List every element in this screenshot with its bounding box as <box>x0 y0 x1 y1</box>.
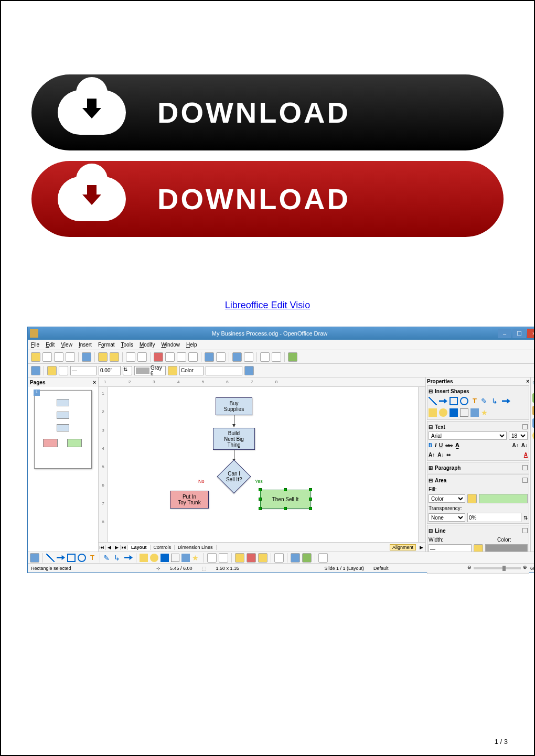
tb-ellipse-icon[interactable] <box>78 554 86 562</box>
tb-rotate-icon[interactable] <box>274 553 284 563</box>
close-button[interactable]: × <box>527 329 535 338</box>
tb-image-icon[interactable] <box>247 553 256 563</box>
undo-icon[interactable] <box>205 352 214 362</box>
new-icon[interactable] <box>31 352 40 362</box>
line-style-icon[interactable] <box>47 366 57 375</box>
shape-block-icon[interactable] <box>450 408 458 417</box>
copy-icon[interactable] <box>165 352 175 362</box>
chart-icon[interactable] <box>232 352 242 362</box>
transparency-type-select[interactable]: None <box>429 513 465 522</box>
paste-icon[interactable] <box>177 352 186 362</box>
shape-text-icon[interactable]: T <box>470 397 479 405</box>
shape-curve-icon[interactable]: ✎ <box>481 397 489 405</box>
menu-tools[interactable]: Tools <box>121 342 133 348</box>
menu-modify[interactable]: Modify <box>140 342 155 348</box>
increase-font-button[interactable]: A↑ <box>429 452 435 458</box>
spellcheck-icon[interactable] <box>126 352 135 362</box>
tb-star-icon[interactable]: ★ <box>192 554 200 562</box>
save-icon[interactable] <box>54 352 63 362</box>
tb-extrusion-icon[interactable] <box>318 553 328 563</box>
tb-arrow-icon[interactable] <box>57 554 65 562</box>
download-button-red[interactable]: DOWNLOAD <box>31 161 504 237</box>
tb-basic-icon[interactable] <box>140 554 148 562</box>
font-size-select[interactable]: 18 <box>509 431 528 440</box>
shape-callout-icon[interactable] <box>470 408 479 417</box>
drawing-canvas[interactable]: Buy Supplies Build Next Big Thing Can I … <box>108 387 418 542</box>
zoom-slider[interactable] <box>474 567 521 569</box>
section-text-more[interactable] <box>522 424 528 429</box>
menu-window[interactable]: Window <box>161 342 180 348</box>
redo-icon[interactable] <box>216 352 226 362</box>
tb-symbol-icon[interactable] <box>150 554 158 562</box>
email-icon[interactable] <box>66 352 75 362</box>
menu-insert[interactable]: Insert <box>79 342 92 348</box>
tb-flow-icon[interactable] <box>171 554 179 562</box>
fill-type-select[interactable]: Color <box>179 366 204 375</box>
menu-view[interactable]: View <box>61 342 72 348</box>
tab-first[interactable]: ⏮ <box>99 545 106 550</box>
tab-last[interactable]: ⏭ <box>121 545 128 550</box>
shape-star-icon[interactable]: ★ <box>481 408 489 417</box>
alignment-tag[interactable]: Alignment <box>390 544 416 550</box>
sidebar-search-icon[interactable]: 🔍 <box>532 381 536 390</box>
format-paint-icon[interactable] <box>188 352 198 362</box>
zoom-icon[interactable] <box>272 352 281 362</box>
decrease-font-button[interactable]: A↓ <box>437 452 444 458</box>
shape-flow-icon[interactable] <box>460 408 468 417</box>
hyperlink-icon[interactable] <box>244 352 253 362</box>
transparency-value[interactable] <box>467 513 521 522</box>
superscript-button[interactable]: A↑ <box>512 442 519 448</box>
shape-put-in[interactable]: Put In Toy Trunk <box>170 491 209 509</box>
shape-then-sell[interactable]: Then Sell It <box>260 490 311 509</box>
italic-button[interactable]: I <box>435 442 436 448</box>
tb-gallery-icon[interactable] <box>258 553 268 563</box>
pages-close[interactable]: × <box>93 380 96 385</box>
tb-line-icon[interactable] <box>46 554 55 562</box>
tb-arrange-icon[interactable] <box>302 553 312 563</box>
fill-color-select[interactable] <box>206 366 242 375</box>
shape-arrow-icon[interactable] <box>439 397 447 405</box>
section-para-more[interactable] <box>522 465 528 470</box>
page-thumbnail[interactable]: 1 <box>34 390 92 469</box>
shape-buy-supplies[interactable]: Buy Supplies <box>216 397 252 415</box>
download-button-black[interactable]: DOWNLOAD <box>31 74 504 150</box>
print-icon[interactable] <box>110 352 119 362</box>
tb-fontwork-icon[interactable] <box>235 553 244 563</box>
navigator-icon[interactable] <box>260 352 270 362</box>
vertical-scrollbar[interactable] <box>418 387 425 542</box>
tb-glue-icon[interactable] <box>219 553 228 563</box>
spacing-button[interactable]: ⇔ <box>446 452 451 458</box>
pdf-icon[interactable] <box>98 352 108 362</box>
tab-prev[interactable]: ◀ <box>106 545 113 550</box>
tb-curve-icon[interactable]: ✎ <box>103 554 112 562</box>
tb-block-icon[interactable] <box>160 554 169 562</box>
properties-close[interactable]: × <box>526 379 529 384</box>
open-icon[interactable] <box>42 352 52 362</box>
section-area-more[interactable] <box>522 478 528 483</box>
tab-controls[interactable]: Controls <box>151 545 175 550</box>
minimize-button[interactable]: – <box>498 329 511 338</box>
tab-dimension[interactable]: Dimension Lines <box>175 545 217 550</box>
tab-next[interactable]: ▶ <box>113 545 121 550</box>
underline-button[interactable]: U <box>439 442 443 448</box>
area-icon[interactable] <box>168 366 177 375</box>
tb-connector-icon[interactable]: ↳ <box>114 554 122 562</box>
line-color-spinner[interactable]: ⇅ <box>123 366 132 375</box>
tb-align-icon[interactable] <box>291 553 300 563</box>
strike-button[interactable]: abc <box>445 443 453 448</box>
libreoffice-link[interactable]: Libreoffice Edit Visio <box>225 300 310 310</box>
shape-symbol-icon[interactable] <box>439 408 447 417</box>
menu-file[interactable]: File <box>31 342 39 348</box>
tb-lines-icon[interactable] <box>124 554 133 562</box>
menu-format[interactable]: Format <box>98 342 115 348</box>
sidebar-properties-icon[interactable] <box>532 393 536 403</box>
arrow-style-icon[interactable] <box>31 366 40 375</box>
section-line-more[interactable] <box>522 528 528 533</box>
font-name-select[interactable]: Arial <box>429 431 507 440</box>
tab-layout[interactable]: Layout <box>128 545 151 550</box>
transparency-spinner[interactable]: ⇅ <box>523 515 528 521</box>
line-width-input[interactable] <box>99 366 121 375</box>
shape-ellipse-icon[interactable] <box>460 397 468 405</box>
maximize-button[interactable]: ☐ <box>512 329 526 338</box>
shape-connector-icon[interactable]: ↳ <box>491 397 500 405</box>
